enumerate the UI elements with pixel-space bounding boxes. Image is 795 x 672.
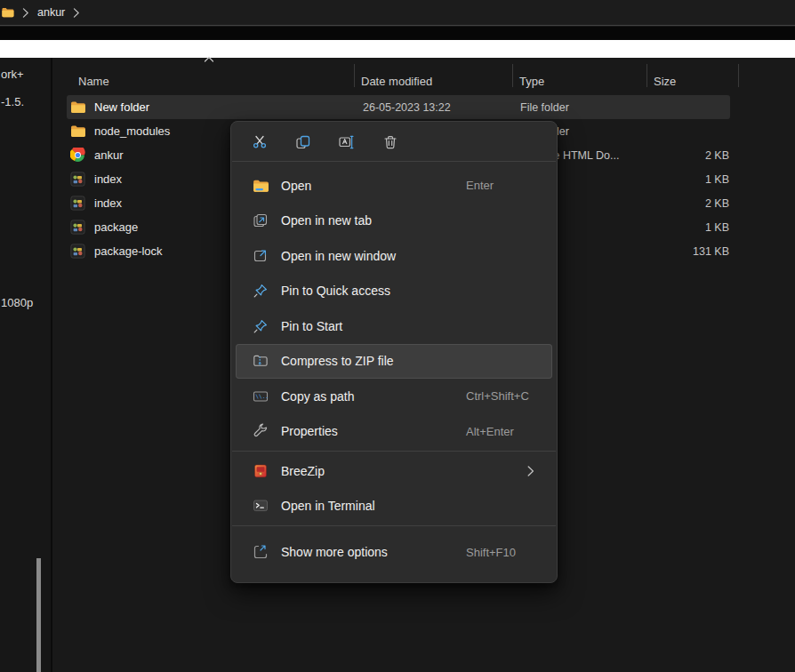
rename-icon bbox=[338, 133, 356, 151]
column-divider[interactable] bbox=[646, 64, 647, 87]
cropped-text-fragment: -1.5. bbox=[1, 95, 24, 108]
open-new-window-icon bbox=[253, 248, 269, 264]
chevron-right-icon[interactable] bbox=[73, 8, 80, 18]
menu-item-shortcut: Ctrl+Shift+C bbox=[466, 389, 529, 403]
zip-icon bbox=[253, 353, 269, 369]
properties-icon bbox=[253, 423, 269, 439]
menu-item-label: Compress to ZIP file bbox=[281, 354, 394, 368]
file-size: 1 KB bbox=[705, 221, 729, 234]
menu-item-open-in-new-tab[interactable]: Open in new tab bbox=[236, 204, 552, 239]
context-menu: Open Enter Open in new tab Open in new w… bbox=[230, 121, 558, 583]
file-explorer-window: ankur ork+-1.5.1080p Name Date modified … bbox=[0, 0, 795, 672]
folder-icon bbox=[70, 124, 85, 139]
menu-item-label: BreeZip bbox=[281, 464, 325, 478]
context-menu-items: Open Enter Open in new tab Open in new w… bbox=[231, 164, 557, 574]
file-name: ankur bbox=[94, 148, 124, 162]
open-folder-icon bbox=[253, 178, 269, 194]
file-size: 1 KB bbox=[705, 173, 729, 186]
menu-item-copy-as-path[interactable]: Copy as path Ctrl+Shift+C bbox=[236, 379, 552, 414]
breadcrumb: ankur bbox=[0, 0, 795, 26]
file-size: 131 KB bbox=[693, 245, 729, 258]
menu-item-compress-to-zip-file[interactable]: Compress to ZIP file bbox=[236, 344, 552, 380]
file-size: 2 KB bbox=[705, 197, 729, 210]
menu-item-label: Open in new window bbox=[281, 249, 396, 263]
menu-separator bbox=[232, 525, 556, 526]
menu-item-pin-to-start[interactable]: Pin to Start bbox=[236, 308, 552, 344]
copy-icon bbox=[294, 133, 312, 151]
open-new-tab-icon bbox=[253, 212, 269, 228]
menu-item-properties[interactable]: Properties Alt+Enter bbox=[236, 414, 552, 450]
copy-button[interactable] bbox=[293, 132, 314, 153]
column-header-date-modified[interactable]: Date modified bbox=[361, 75, 432, 88]
dark-strip bbox=[0, 27, 795, 40]
column-header-size[interactable]: Size bbox=[654, 75, 676, 88]
breadcrumb-segment[interactable]: ankur bbox=[37, 6, 65, 19]
menu-item-shortcut: Enter bbox=[466, 179, 494, 192]
column-header-type[interactable]: Type bbox=[519, 75, 544, 88]
app-file-icon bbox=[70, 220, 85, 235]
file-row[interactable]: New folder 26-05-2023 13:22 File folder bbox=[67, 95, 730, 119]
menu-item-label: Pin to Quick access bbox=[281, 284, 390, 298]
file-name: New folder bbox=[94, 100, 149, 114]
menu-item-show-more-options[interactable]: Show more options Shift+F10 bbox=[236, 530, 552, 574]
app-file-icon bbox=[70, 244, 85, 259]
folder-icon bbox=[70, 100, 85, 115]
cut-button[interactable] bbox=[249, 132, 270, 153]
show-more-icon bbox=[253, 544, 269, 560]
app-file-icon bbox=[70, 172, 85, 187]
pin-icon bbox=[253, 318, 269, 334]
menu-item-label: Properties bbox=[281, 424, 338, 438]
menu-item-pin-to-quick-access[interactable]: Pin to Quick access bbox=[236, 274, 552, 309]
chrome-icon bbox=[70, 148, 85, 163]
scrollbar-thumb[interactable] bbox=[36, 558, 41, 672]
column-divider[interactable] bbox=[738, 64, 739, 87]
app-file-icon bbox=[70, 196, 85, 211]
menu-separator bbox=[232, 161, 556, 162]
file-type: File folder bbox=[520, 101, 569, 114]
menu-item-shortcut: Shift+F10 bbox=[466, 546, 516, 559]
menu-item-open-in-terminal[interactable]: Open in Terminal bbox=[236, 489, 552, 524]
delete-icon bbox=[381, 133, 399, 151]
menu-item-label: Copy as path bbox=[281, 389, 355, 404]
menu-item-label: Pin to Start bbox=[281, 319, 342, 333]
file-name: index bbox=[94, 196, 122, 210]
column-divider[interactable] bbox=[354, 64, 355, 87]
folder-icon bbox=[1, 6, 14, 19]
copy-path-icon bbox=[253, 388, 269, 404]
menu-separator bbox=[232, 451, 556, 452]
breezip-icon bbox=[253, 463, 269, 479]
file-size: 2 KB bbox=[705, 149, 729, 162]
cut-icon bbox=[251, 133, 269, 151]
column-divider[interactable] bbox=[512, 64, 513, 87]
menu-item-shortcut: Alt+Enter bbox=[466, 425, 514, 438]
terminal-icon bbox=[253, 498, 269, 514]
context-menu-toolbar bbox=[231, 125, 557, 159]
file-name: index bbox=[94, 172, 122, 186]
cropped-text-fragment: ork+ bbox=[1, 68, 24, 81]
file-name: package-lock bbox=[94, 244, 163, 258]
menu-item-open[interactable]: Open Enter bbox=[236, 168, 552, 204]
file-date-modified: 26-05-2023 13:22 bbox=[363, 101, 451, 114]
column-header-name[interactable]: Name bbox=[78, 75, 109, 88]
file-name: node_modules bbox=[94, 124, 170, 138]
rename-button[interactable] bbox=[336, 132, 357, 153]
cropped-left-pane: ork+-1.5.1080p bbox=[0, 58, 51, 672]
menu-item-label: Open bbox=[281, 179, 311, 193]
cropped-text-fragment: 1080p bbox=[1, 296, 33, 309]
submenu-chevron-icon bbox=[527, 466, 534, 476]
sort-ascending-icon bbox=[204, 56, 214, 63]
pin-icon bbox=[253, 283, 269, 299]
menu-item-open-in-new-window[interactable]: Open in new window bbox=[236, 238, 552, 274]
delete-button[interactable] bbox=[380, 132, 401, 153]
file-name: package bbox=[94, 220, 138, 234]
menu-item-label: Open in Terminal bbox=[281, 499, 375, 513]
chevron-right-icon[interactable] bbox=[22, 8, 29, 18]
menu-item-breezip[interactable]: BreeZip bbox=[236, 453, 552, 489]
white-band bbox=[0, 40, 795, 58]
menu-item-label: Open in new tab bbox=[281, 213, 372, 228]
menu-item-label: Show more options bbox=[281, 545, 388, 559]
